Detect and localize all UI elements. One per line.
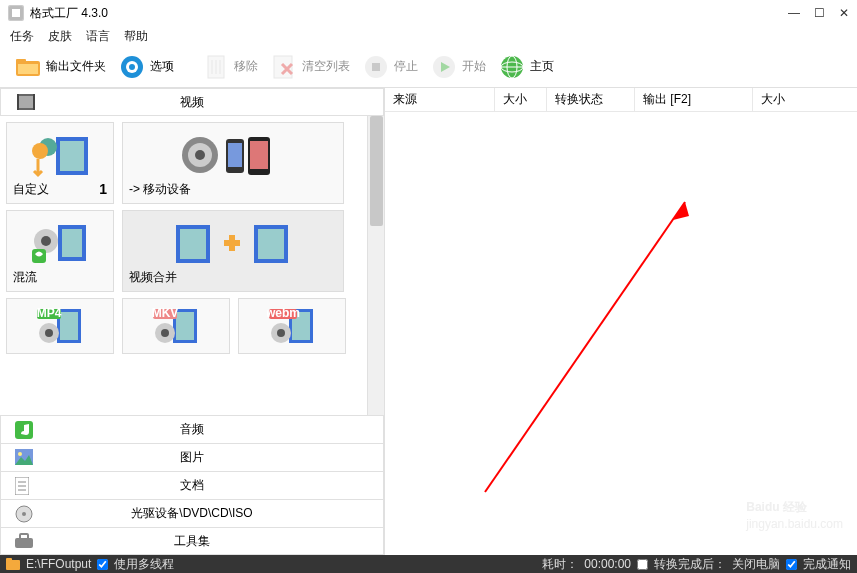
- svg-line-73: [485, 202, 685, 492]
- category-toolbox-label: 工具集: [174, 533, 210, 550]
- minimize-button[interactable]: —: [788, 6, 800, 20]
- th-size2[interactable]: 大小: [753, 88, 857, 111]
- menubar: 任务 皮肤 语言 帮助: [0, 26, 857, 46]
- elapsed-label: 耗时：: [542, 556, 578, 573]
- menu-skin[interactable]: 皮肤: [48, 28, 72, 45]
- mp4-icon: MP4: [13, 305, 107, 347]
- video-tiles: 自定义1 -> 移动设备 混流: [0, 116, 367, 415]
- options-button[interactable]: 选项: [114, 51, 178, 83]
- scrollbar[interactable]: [367, 116, 384, 415]
- svg-text:webm: webm: [267, 306, 300, 320]
- start-button[interactable]: 开始: [426, 51, 490, 83]
- category-picture-label: 图片: [180, 449, 204, 466]
- multithread-checkbox[interactable]: [97, 559, 108, 570]
- film-icon: [17, 94, 35, 110]
- folder-icon: [14, 53, 42, 81]
- mixflow-icon: [13, 217, 107, 269]
- output-path[interactable]: E:\FFOutput: [26, 557, 91, 571]
- tile-custom-count: 1: [99, 181, 107, 197]
- menu-task[interactable]: 任务: [10, 28, 34, 45]
- th-source[interactable]: 来源: [385, 88, 495, 111]
- merge-icon: [129, 217, 337, 269]
- close-button[interactable]: ✕: [839, 6, 849, 20]
- svg-text:MP4: MP4: [37, 306, 62, 320]
- tile-custom[interactable]: 自定义1: [6, 122, 114, 204]
- multithread-label: 使用多线程: [114, 556, 174, 573]
- shutdown-checkbox[interactable]: [637, 559, 648, 570]
- svg-rect-32: [228, 143, 242, 167]
- right-panel: 来源 大小 转换状态 输出 [F2] 大小 Baidu 经验 jingyan.b…: [385, 88, 857, 555]
- menu-help[interactable]: 帮助: [124, 28, 148, 45]
- category-toolbox[interactable]: 工具集: [0, 527, 384, 555]
- svg-rect-4: [18, 64, 38, 74]
- svg-point-30: [195, 150, 205, 160]
- tile-mobile[interactable]: -> 移动设备: [122, 122, 344, 204]
- home-button[interactable]: 主页: [494, 51, 558, 83]
- tile-webm[interactable]: webm: [238, 298, 346, 354]
- output-folder-label: 输出文件夹: [46, 58, 106, 75]
- remove-button[interactable]: 移除: [198, 51, 262, 83]
- tile-video-merge[interactable]: 视频合并: [122, 210, 344, 292]
- maximize-button[interactable]: ☐: [814, 6, 825, 20]
- left-panel: 视频 自定义1 -> 移动设备: [0, 88, 385, 555]
- scrollbar-thumb[interactable]: [370, 116, 383, 226]
- category-video-header[interactable]: 视频: [0, 88, 384, 116]
- menu-language[interactable]: 语言: [86, 28, 110, 45]
- svg-point-38: [41, 236, 51, 246]
- svg-rect-23: [33, 94, 35, 110]
- play-icon: [430, 53, 458, 81]
- svg-rect-22: [17, 94, 19, 110]
- table-body: Baidu 经验 jingyan.baidu.com: [385, 112, 857, 555]
- svg-rect-1: [12, 9, 20, 17]
- category-disc[interactable]: 光驱设备\DVD\CD\ISO: [0, 499, 384, 527]
- category-video-label: 视频: [180, 94, 204, 111]
- category-picture[interactable]: 图片: [0, 443, 384, 471]
- category-document-label: 文档: [180, 477, 204, 494]
- svg-rect-41: [180, 229, 206, 259]
- clear-list-label: 清空列表: [302, 58, 350, 75]
- notify-label: 完成通知: [803, 556, 851, 573]
- svg-rect-45: [60, 312, 78, 340]
- app-icon: [8, 5, 24, 21]
- tile-custom-label: 自定义: [13, 181, 49, 198]
- clear-icon: [270, 53, 298, 81]
- th-output[interactable]: 输出 [F2]: [635, 88, 753, 111]
- category-disc-label: 光驱设备\DVD\CD\ISO: [131, 505, 252, 522]
- table-header: 来源 大小 转换状态 输出 [F2] 大小: [385, 88, 857, 112]
- home-label: 主页: [530, 58, 554, 75]
- statusbar: E:\FFOutput 使用多线程 耗时： 00:00:00 转换完成后： 关闭…: [0, 555, 857, 573]
- document-icon: [15, 477, 33, 495]
- globe-icon: [498, 53, 526, 81]
- category-audio[interactable]: 音频: [0, 415, 384, 443]
- titlebar: 格式工厂 4.3.0 — ☐ ✕: [0, 0, 857, 26]
- shutdown-label: 关闭电脑: [732, 556, 780, 573]
- tile-merge-label: 视频合并: [129, 269, 177, 286]
- svg-point-64: [18, 452, 22, 456]
- clear-list-button[interactable]: 清空列表: [266, 51, 354, 83]
- tile-mixflow-label: 混流: [13, 269, 37, 286]
- tile-mixflow[interactable]: 混流: [6, 210, 114, 292]
- th-state[interactable]: 转换状态: [547, 88, 635, 111]
- tile-mp4[interactable]: MP4: [6, 298, 114, 354]
- stop-button[interactable]: 停止: [358, 51, 422, 83]
- svg-point-70: [22, 512, 26, 516]
- options-label: 选项: [150, 58, 174, 75]
- category-audio-label: 音频: [180, 421, 204, 438]
- output-folder-button[interactable]: 输出文件夹: [10, 51, 110, 83]
- category-document[interactable]: 文档: [0, 471, 384, 499]
- svg-rect-75: [6, 558, 12, 562]
- svg-rect-25: [60, 141, 84, 171]
- svg-rect-34: [250, 141, 268, 169]
- folder-small-icon: [6, 558, 20, 570]
- custom-icon: [13, 129, 107, 181]
- th-size[interactable]: 大小: [495, 88, 547, 111]
- elapsed-time: 00:00:00: [584, 557, 631, 571]
- options-icon: [118, 53, 146, 81]
- tile-mkv[interactable]: MKV: [122, 298, 230, 354]
- svg-rect-21: [19, 96, 33, 108]
- notify-checkbox[interactable]: [786, 559, 797, 570]
- svg-point-7: [129, 64, 135, 70]
- arrow-annotation: [455, 182, 715, 502]
- window-controls: — ☐ ✕: [788, 6, 849, 20]
- toolbox-icon: [15, 532, 33, 550]
